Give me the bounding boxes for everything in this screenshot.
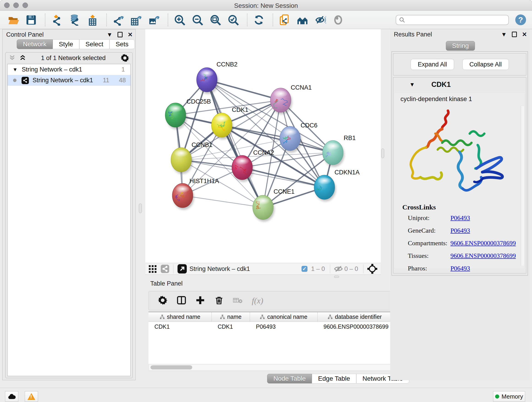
network-row[interactable]: String Network – cdk1 11 48 [7,75,130,86]
node-gloss [235,158,249,165]
node-count: 11 [103,77,109,84]
column-header-shared-name[interactable]: shared name [148,312,212,322]
warning-button[interactable] [25,391,38,402]
crosslink-link[interactable]: 9606.ENSP00000378699 [450,252,516,259]
tab-select[interactable]: Select [79,39,109,49]
expand-all-icon[interactable] [19,54,26,62]
crosslink-label: Pharos: [408,265,450,272]
zoom-fit-icon [210,14,221,26]
node-ccne1[interactable]: CCNE1 [253,188,295,222]
export-table-button[interactable] [130,13,143,27]
first-neighbors-button[interactable] [296,13,309,27]
panel-menu-icon[interactable]: ▼ [107,32,113,38]
network-view-icon[interactable] [160,264,170,274]
status-bar: Memory [0,388,532,402]
crosslink-link[interactable]: P06493 [450,265,516,272]
node-ccnb1[interactable]: CCNB1 [171,141,213,174]
panel-menu-icon[interactable]: ▼ [501,32,507,37]
grid-view-icon[interactable] [148,264,157,273]
zoom-out-button[interactable] [191,13,204,27]
toolbar-separator [247,13,247,26]
cdk1-section-header[interactable]: ▼ CDK1 [393,77,526,92]
crosslink-link[interactable]: 9606.ENSP00000378699 [450,240,516,247]
clone-network-button[interactable] [278,13,291,27]
delete-column-icon[interactable] [214,295,224,306]
delete-table-icon [233,295,243,306]
select-columns-icon[interactable] [177,295,186,306]
gear-icon[interactable] [120,54,129,62]
network-status-bar: String Network – cdk1 ✓ 1 – 0 0 – 0 [145,263,381,275]
export-image-button[interactable] [147,13,160,27]
protein-description: cyclin-dependent kinase 1 [394,92,525,103]
collection-caret-icon[interactable]: ▼ [13,67,18,73]
selected-checkbox-icon[interactable]: ✓ [302,266,307,272]
hidden-eye-icon [334,264,343,274]
column-header-canonical-name[interactable]: canonical name [250,312,317,322]
first-neighbors-icon [297,14,308,26]
tab-edge-table[interactable]: Edge Table [312,374,356,383]
tab-node-table[interactable]: Node Table [267,374,312,383]
table-cell[interactable]: 9606.ENSP00000378699 [317,322,392,332]
control-panel-title: Control Panel [6,31,44,38]
results-vscrollbar[interactable] [521,106,524,266]
show-all-button[interactable] [332,13,345,27]
open-file-button[interactable] [7,13,20,27]
crosslink-link[interactable]: P06493 [450,214,516,222]
panel-close-icon[interactable]: ✕ [522,32,527,37]
collapse-all-button[interactable]: Collapse All [462,59,509,70]
table-cell[interactable]: CDK1 [148,322,212,332]
import-network-button[interactable] [51,13,63,27]
save-session-button[interactable] [25,13,38,27]
expand-all-button[interactable]: Expand All [411,59,454,70]
search-input[interactable] [408,16,506,23]
import-database-button[interactable] [68,13,81,27]
network-view-title: String Network – cdk1 [190,265,250,273]
edge-ccnb2-ccne1[interactable] [207,80,263,207]
left-splitter-handle[interactable] [139,204,142,213]
tab-network[interactable]: Network [17,39,53,49]
table-hscrollbar-thumb[interactable] [151,365,192,370]
panel-float-icon[interactable] [118,32,123,37]
collapse-all-icon[interactable] [9,54,16,62]
panel-float-icon[interactable] [512,32,517,37]
memory-status-icon [495,395,499,399]
memory-button[interactable]: Memory [493,391,525,402]
zoom-selected-button[interactable] [227,13,240,27]
bottom-splitter-handle[interactable] [334,276,339,278]
table-settings-gear-icon[interactable] [158,295,167,306]
crosslink-label: Tissues: [408,252,450,259]
detach-view-icon[interactable] [177,264,187,274]
toolbar-separator [168,13,168,26]
table-cell[interactable]: P06493 [250,322,317,332]
search-box[interactable] [396,15,509,25]
refresh-layout-button[interactable] [253,13,265,27]
title-bar: Session: New Session [0,0,532,11]
export-network-button[interactable] [112,13,125,27]
import-table-button[interactable] [86,13,99,27]
add-column-icon[interactable] [196,295,205,306]
network-collection-row[interactable]: ▼ String Network – cdk1 1 [7,64,130,75]
crosslink-link[interactable]: P06493 [450,227,516,234]
birdseye-icon[interactable] [367,264,378,274]
zoom-in-button[interactable] [173,13,186,27]
tab-style[interactable]: Style [53,39,79,49]
table-cell[interactable]: CDK1 [212,322,250,332]
network-canvas[interactable]: CCNB2CCNA1CDC25BCDK1CDC6RB1CCNB1CCNA2CDK… [145,29,381,263]
cloud-button[interactable] [5,391,18,402]
crosslinks-heading: CrossLinks [402,203,436,211]
section-caret-icon[interactable]: ▼ [409,81,415,88]
tab-string[interactable]: String [446,41,475,51]
node-hist1h1a[interactable]: HIST1H1A [172,178,219,210]
help-button[interactable]: ? [515,14,526,25]
right-splitter-handle[interactable] [381,148,384,158]
column-header-name[interactable]: name [212,312,250,322]
zoom-fit-button[interactable] [209,13,222,27]
node-cdkn1a[interactable]: CDKN1A [314,169,360,201]
node-rb1[interactable]: RB1 [323,134,356,167]
column-header-database-identifier[interactable]: database identifier [317,312,392,322]
tab-sets[interactable]: Sets [109,39,135,49]
clone-network-icon [279,14,290,26]
edge-hist1h1a-ccne1[interactable] [183,196,263,207]
hide-selected-button[interactable] [314,13,327,27]
panel-close-icon[interactable]: ✕ [128,32,133,38]
